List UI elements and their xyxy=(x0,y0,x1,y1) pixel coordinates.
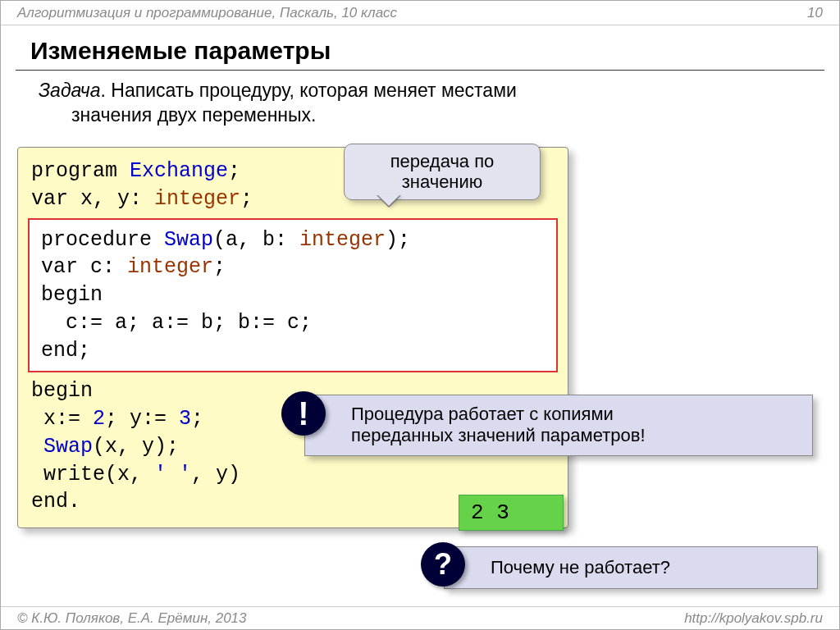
page-title: Изменяемые параметры xyxy=(1,25,839,70)
exclamation-icon: ! xyxy=(281,391,326,436)
note-line: переданных значений параметров! xyxy=(351,425,801,446)
question-icon: ? xyxy=(421,542,465,587)
procedure-highlight: procedure Swap(a, b: integer); var c: in… xyxy=(28,218,558,373)
callout-bubble: передача по значению xyxy=(344,144,541,200)
task-label: Задача xyxy=(39,80,101,101)
code-line: write(x, ' ', y) xyxy=(31,461,555,489)
code-line: begin xyxy=(41,281,545,309)
title-divider xyxy=(16,70,824,71)
code-block: program Exchange; var x, y: integer; pro… xyxy=(17,147,568,528)
code-line: var c: integer; xyxy=(41,253,545,281)
code-line: c:= a; a:= b; b:= c; xyxy=(41,309,545,337)
footer-copyright: © К.Ю. Поляков, Е.А. Ерёмин, 2013 xyxy=(17,610,247,627)
code-line: end; xyxy=(41,337,545,365)
bubble-line: передача по xyxy=(356,151,528,171)
page-number: 10 xyxy=(807,5,823,21)
header-bar: Алгоритмизация и программирование, Паска… xyxy=(1,1,839,25)
footer-url: http://kpolyakov.spb.ru xyxy=(684,610,823,627)
note-line: Почему не работает? xyxy=(491,557,806,578)
task-line2: значения двух переменных. xyxy=(39,103,810,128)
note-question: Почему не работает? xyxy=(444,546,818,589)
note-line: Процедура работает с копиями xyxy=(351,404,801,425)
task-line1: . Написать процедуру, которая меняет мес… xyxy=(101,80,517,101)
note-important: Процедура работает с копиями переданных … xyxy=(304,395,813,456)
task-text: Задача. Написать процедуру, которая меня… xyxy=(1,79,839,128)
output-box: 2 3 xyxy=(459,495,564,531)
code-line: procedure Swap(a, b: integer); xyxy=(41,226,545,254)
slide: Алгоритмизация и программирование, Паска… xyxy=(0,0,840,630)
breadcrumb: Алгоритмизация и программирование, Паска… xyxy=(17,5,397,21)
footer-bar: © К.Ю. Поляков, Е.А. Ерёмин, 2013 http:/… xyxy=(1,606,839,629)
bubble-line: значению xyxy=(356,171,528,192)
